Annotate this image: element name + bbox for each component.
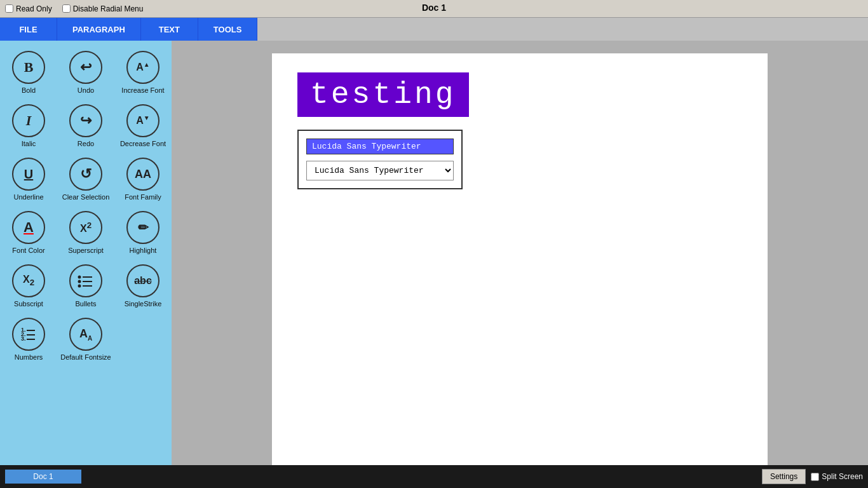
numbers-label: Numbers	[15, 353, 43, 361]
svg-point-4	[78, 285, 81, 288]
clear-selection-label: Clear Selection	[62, 193, 110, 201]
sidebar-item-single-strike[interactable]: abc SingleStrike	[114, 259, 172, 313]
font-color-icon: A	[12, 211, 45, 244]
redo-label: Redo	[78, 140, 94, 147]
single-strike-icon: abc	[126, 264, 159, 297]
readonly-checkbox[interactable]	[5, 4, 13, 13]
svg-point-0	[78, 276, 81, 279]
svg-text:3.: 3.	[21, 336, 26, 342]
sidebar-item-redo[interactable]: ↪ Redo	[57, 99, 114, 152]
bottom-right: Settings Split Screen	[762, 469, 863, 484]
nav-tabs: FILE PARAGRAPH TEXT TOOLS	[0, 18, 868, 41]
sidebar-item-default-fontsize[interactable]: AA Default Fontsize	[57, 313, 114, 366]
font-name-input[interactable]	[306, 139, 454, 154]
increase-font-label: Increase Font	[121, 86, 164, 94]
sidebar: B Bold ↩ Undo A▲ Increase Font I Italic …	[0, 41, 172, 465]
sidebar-item-highlight[interactable]: ✏ Highlight	[114, 206, 172, 259]
increase-font-icon: A▲	[126, 51, 159, 84]
underline-label: Underline	[13, 193, 43, 201]
split-screen-text: Split Screen	[822, 472, 863, 481]
font-family-icon: AA	[126, 158, 159, 191]
clear-selection-icon: ↺	[69, 158, 102, 191]
svg-point-2	[78, 280, 81, 283]
sidebar-item-bullets[interactable]: Bullets	[57, 259, 114, 313]
highlight-icon: ✏	[126, 211, 159, 244]
superscript-icon: X2	[69, 211, 102, 244]
underline-icon: U	[12, 158, 45, 191]
main-area: B Bold ↩ Undo A▲ Increase Font I Italic …	[0, 41, 868, 465]
sidebar-item-increase-font[interactable]: A▲ Increase Font	[114, 46, 172, 99]
subscript-label: Subscript	[14, 300, 43, 308]
superscript-label: Superscript	[68, 247, 104, 254]
sidebar-item-subscript[interactable]: X2 Subscript	[0, 259, 57, 313]
sidebar-item-italic[interactable]: I Italic	[0, 99, 57, 152]
sidebar-item-numbers[interactable]: 1. 2. 3. Numbers	[0, 313, 57, 366]
doc-tab-button[interactable]: Doc 1	[5, 470, 81, 484]
sidebar-item-bold[interactable]: B Bold	[0, 46, 57, 99]
bottom-bar: Doc 1 Settings Split Screen	[0, 465, 868, 488]
font-family-select[interactable]: Lucida Sans Typewriter Arial Times New R…	[306, 161, 454, 180]
tab-text[interactable]: TEXT	[141, 18, 198, 41]
sidebar-item-decrease-font[interactable]: A▼ Decrease Font	[114, 99, 172, 152]
sidebar-item-font-color[interactable]: A Font Color	[0, 206, 57, 259]
sidebar-item-clear-selection[interactable]: ↺ Clear Selection	[57, 152, 114, 206]
bold-label: Bold	[22, 86, 36, 94]
single-strike-label: SingleStrike	[125, 300, 162, 308]
tab-tools[interactable]: TOOLS	[198, 18, 258, 41]
split-screen-label[interactable]: Split Screen	[811, 472, 863, 481]
split-screen-checkbox[interactable]	[811, 473, 819, 481]
numbers-icon: 1. 2. 3.	[12, 318, 45, 351]
app-title: Doc 1	[422, 3, 446, 13]
default-fontsize-icon: AA	[69, 318, 102, 351]
sidebar-item-undo[interactable]: ↩ Undo	[57, 46, 114, 99]
highlight-label: Highlight	[130, 247, 157, 254]
font-color-label: Font Color	[12, 247, 44, 254]
decrease-font-label: Decrease Font	[120, 140, 166, 147]
sidebar-item-font-family[interactable]: AA Font Family	[114, 152, 172, 206]
subscript-icon: X2	[12, 264, 45, 297]
doc-heading[interactable]: testing	[297, 72, 469, 117]
readonly-label[interactable]: Read Only	[5, 4, 52, 13]
italic-label: Italic	[22, 140, 36, 147]
bullets-label: Bullets	[75, 300, 96, 308]
doc-area: testing Lucida Sans Typewriter Arial Tim…	[172, 41, 868, 465]
redo-icon: ↪	[69, 104, 102, 137]
settings-button[interactable]: Settings	[762, 469, 806, 484]
undo-label: Undo	[78, 86, 94, 94]
disable-radial-label[interactable]: Disable Radial Menu	[62, 4, 144, 13]
disable-radial-checkbox[interactable]	[62, 4, 71, 13]
tab-paragraph[interactable]: PARAGRAPH	[57, 18, 141, 41]
italic-icon: I	[12, 104, 45, 137]
sidebar-item-superscript[interactable]: X2 Superscript	[57, 206, 114, 259]
top-bar: Doc 1 Read Only Disable Radial Menu	[0, 0, 868, 18]
bullets-icon	[69, 264, 102, 297]
sidebar-item-underline[interactable]: U Underline	[0, 152, 57, 206]
font-family-popup: Lucida Sans Typewriter Arial Times New R…	[297, 130, 463, 189]
doc-page: testing Lucida Sans Typewriter Arial Tim…	[272, 53, 768, 465]
tab-file[interactable]: FILE	[0, 18, 57, 41]
undo-icon: ↩	[69, 51, 102, 84]
bold-icon: B	[12, 51, 45, 84]
font-family-label: Font Family	[125, 193, 161, 201]
decrease-font-icon: A▼	[126, 104, 159, 137]
default-fontsize-label: Default Fontsize	[60, 353, 111, 361]
